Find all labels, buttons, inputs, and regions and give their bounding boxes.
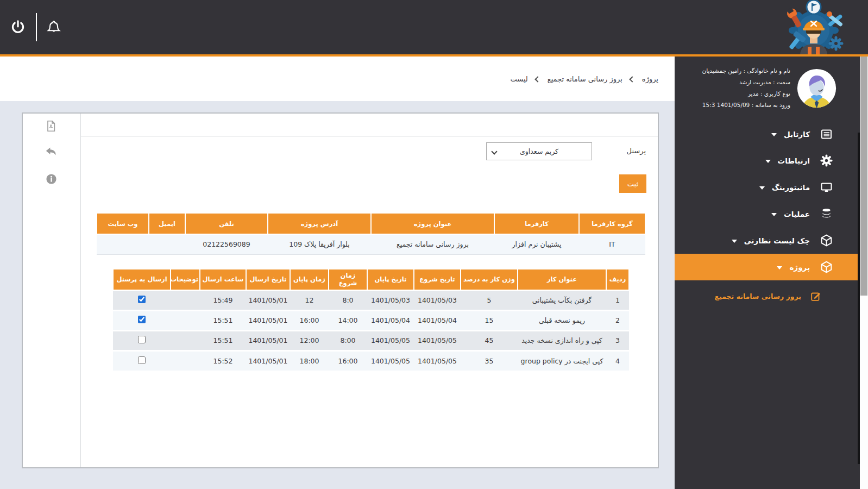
table-cell: 35 <box>461 350 518 371</box>
column-header: ارسال به پرسنل <box>113 269 171 290</box>
sidebar-item-label: ارتباطات <box>778 156 810 165</box>
table-cell <box>171 350 200 371</box>
column-header: وزن کار به درصد <box>461 269 518 290</box>
breadcrumb-item: لیست <box>511 75 528 83</box>
table-cell <box>149 234 185 254</box>
personnel-select[interactable]: کریم سعداوی <box>486 142 592 160</box>
user-role: نوع کاربری : مدیر <box>679 88 790 99</box>
sidebar-item-3[interactable]: عملیات <box>675 200 860 227</box>
chevron-down-icon <box>491 148 497 154</box>
send-to-personnel-checkbox[interactable] <box>138 336 146 343</box>
sidebar-item-0[interactable]: کارتابل <box>675 121 860 147</box>
table-cell: 1401/05/05 <box>414 330 461 350</box>
table-cell: 8:00 <box>329 330 367 350</box>
content-card: پرسنل کریم سعداوی ثبت گروه کارفرماکارفرم… <box>22 112 659 468</box>
breadcrumb-band: پروژهبروز رسانی سامانه تجمیعلیست <box>0 57 675 101</box>
table-cell <box>171 290 200 310</box>
table-cell: 1401/05/01 <box>246 330 290 350</box>
app-logo <box>782 0 846 54</box>
table-cell <box>113 350 171 371</box>
caret-down-icon <box>771 133 777 136</box>
column-header: تاریخ شروع <box>414 269 461 290</box>
column-header: زمان پایان <box>290 269 329 290</box>
info-icon[interactable] <box>44 172 58 186</box>
table-cell: 16:00 <box>290 310 329 330</box>
page-scrollbar[interactable] <box>860 57 868 489</box>
table-cell: 1401/05/04 <box>414 310 461 330</box>
table-cell: 15:52 <box>200 350 246 371</box>
user-fullname: نام و نام خانوادگی : رامین جمشیدیان <box>679 65 790 77</box>
journal-icon <box>817 127 835 141</box>
submit-button[interactable]: ثبت <box>619 174 646 193</box>
table-cell: 12:00 <box>290 330 329 350</box>
column-header: عنوان کار <box>518 269 606 290</box>
table-row: 1گرفتن بکآپ پشتیبانی51401/05/031401/05/0… <box>113 290 629 310</box>
table-cell: 15 <box>461 310 518 330</box>
chevron-left-icon <box>534 76 540 82</box>
top-bar <box>0 0 868 54</box>
cube-icon <box>817 260 835 274</box>
sidebar-item-4[interactable]: چک لیست نظارتی <box>675 227 860 254</box>
cube-icon <box>817 234 835 248</box>
table-row: 3کپی و راه اندازی نسخه جدید451401/05/051… <box>113 330 629 350</box>
sidebar-item-2[interactable]: مانیتورینگ <box>675 174 860 200</box>
bell-icon[interactable] <box>45 18 63 36</box>
table-cell: ریمو نسخه قبلی <box>518 310 606 330</box>
scrollbar-thumb[interactable] <box>860 57 867 296</box>
breadcrumb: پروژهبروز رسانی سامانه تجمیعلیست <box>511 57 658 101</box>
table-cell: 18:00 <box>290 350 329 371</box>
caret-down-icon <box>765 160 771 163</box>
card-divider-horizontal <box>81 136 658 136</box>
sidebar-item-5[interactable]: پروژه <box>675 254 860 280</box>
sidebar-item-1[interactable]: ارتباطات <box>675 147 860 174</box>
back-icon[interactable] <box>44 145 58 159</box>
table-cell: 14:00 <box>329 310 367 330</box>
table-cell: 12 <box>290 290 329 310</box>
table-cell: 5 <box>461 290 518 310</box>
column-header: آدرس پروژه <box>268 213 371 234</box>
table-cell: کپی ایجنت در group policy <box>518 350 606 371</box>
power-icon[interactable] <box>9 18 27 36</box>
table-cell: 1401/05/01 <box>246 350 290 371</box>
send-to-personnel-checkbox[interactable] <box>138 296 146 303</box>
table-cell <box>171 330 200 350</box>
avatar <box>796 68 837 109</box>
table-cell <box>113 290 171 310</box>
column-header: ایمیل <box>149 213 185 234</box>
sidebar-menu: کارتابلارتباطاتمانیتورینگعملیاتچک لیست ن… <box>675 121 860 280</box>
table-cell: 15:51 <box>200 330 246 350</box>
sidebar-subitem-label: بروز رسانی سامانه تجمیع <box>715 292 801 300</box>
table-row: 4کپی ایجنت در group policy351401/05/0514… <box>113 350 629 371</box>
table-cell: 1401/05/01 <box>246 290 290 310</box>
table-cell: 3 <box>606 330 629 350</box>
database-icon <box>817 207 835 221</box>
table-cell: 1401/05/01 <box>246 310 290 330</box>
chevron-left-icon <box>629 76 635 82</box>
card-divider-vertical <box>80 114 81 467</box>
sidebar: نام و نام خانوادگی : رامین جمشیدیان سمت … <box>675 57 860 489</box>
sidebar-subitem-update-system[interactable]: بروز رسانی سامانه تجمیع <box>675 285 860 307</box>
breadcrumb-item[interactable]: پروژه <box>642 75 658 83</box>
table-cell: 8:0 <box>329 290 367 310</box>
table-cell: 02122569089 <box>185 234 268 254</box>
topbar-divider <box>36 13 37 41</box>
column-header: تاریخ پایان <box>367 269 414 290</box>
user-position: سمت : مدیریت ارشد <box>679 77 790 88</box>
table-cell: پشتیبان نرم افزار <box>494 234 579 254</box>
table-cell: کپی و راه اندازی نسخه جدید <box>518 330 606 350</box>
send-to-personnel-checkbox[interactable] <box>138 356 146 364</box>
sidebar-item-label: پروژه <box>789 263 810 272</box>
user-login-time: ورود به سامانه : 1401/05/09 15:3 <box>679 99 790 111</box>
table-cell: بلوار آفریقا پلاک 109 <box>268 234 371 254</box>
tasks-table: ردیفعنوان کاروزن کار به درصدتاریخ شروعتا… <box>112 268 630 371</box>
column-header: ردیف <box>606 269 629 290</box>
caret-down-icon <box>771 213 777 216</box>
pdf-export-icon[interactable] <box>44 119 58 133</box>
edit-icon <box>807 289 825 303</box>
breadcrumb-item[interactable]: بروز رسانی سامانه تجمیع <box>548 75 622 83</box>
table-cell <box>171 310 200 330</box>
monitor-icon <box>817 180 835 195</box>
send-to-personnel-checkbox[interactable] <box>138 316 146 323</box>
table-cell <box>113 330 171 350</box>
table-cell: بروز رسانی سامانه تجمیع <box>371 234 494 254</box>
